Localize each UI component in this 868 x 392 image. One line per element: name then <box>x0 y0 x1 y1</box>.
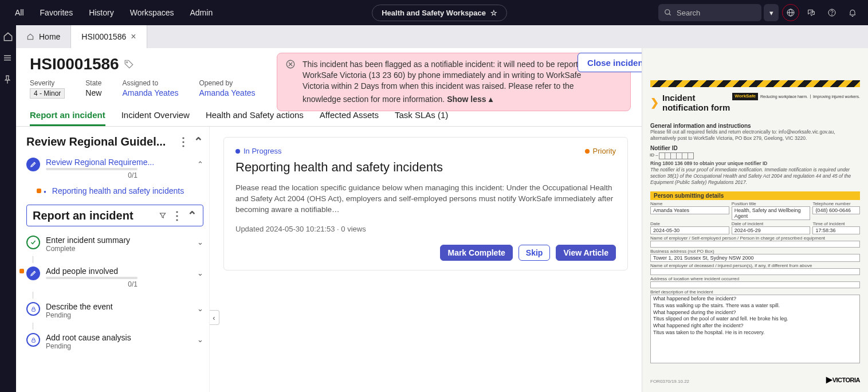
skip-button[interactable]: Skip <box>519 245 551 261</box>
tab-task-slas[interactable]: Task SLAs (1) <box>395 110 448 126</box>
detail-meta: Updated 2024-05-30 10:21:53 · 0 views <box>235 225 616 233</box>
pb-item-progress: 0/1 <box>46 171 138 179</box>
ring-sub-text: The notifier id is your proof of immedia… <box>650 167 860 186</box>
pb-item-title: Review Regional Requireme... <box>46 158 191 167</box>
field-opened: Opened by Amanda Yeates <box>199 79 255 97</box>
assigned-value[interactable]: Amanda Yeates <box>122 88 178 97</box>
filter-icon[interactable] <box>159 211 167 219</box>
section-dots-icon[interactable]: ⋮ <box>178 135 189 148</box>
section-title-guidelines: Review Regional Guidel... <box>26 135 166 148</box>
tab-incident-overview[interactable]: Incident Overview <box>121 110 190 126</box>
close-tab-icon[interactable]: × <box>131 32 136 42</box>
collapse-panel-button[interactable]: ‹ <box>210 310 219 325</box>
edit-icon <box>26 158 40 171</box>
nav-all[interactable]: All <box>7 0 32 25</box>
detail-column: ‹ In Progress Priority Reporting health … <box>210 127 642 392</box>
tab-home[interactable]: Home <box>16 25 71 48</box>
home-rail-icon[interactable] <box>2 31 14 42</box>
pb-item-sub: Pending <box>46 342 191 350</box>
main-region: Close incident Generate Incident PDF Ema… <box>16 48 868 392</box>
list-rail-icon[interactable] <box>2 53 14 64</box>
workspace-pill[interactable]: Health and Safety Workspace ☆ <box>372 5 507 21</box>
chevron-down-icon[interactable]: ⌄ <box>197 302 203 313</box>
playbook-item-summary[interactable]: Enter incident summary Complete ⌄ <box>26 232 203 256</box>
chat-icon[interactable] <box>803 4 820 21</box>
pin-rail-icon[interactable] <box>2 75 14 86</box>
nav-history[interactable]: History <box>81 0 122 25</box>
form-cell-telephone: Telephone number (048) 600-0646 <box>812 201 860 220</box>
section-dots-icon[interactable]: ⋮ <box>171 209 183 222</box>
chevron-down-icon[interactable]: ⌄ <box>197 333 203 344</box>
form-cell-doi: Date of incident 2024-05-29 <box>732 221 811 234</box>
severity-value: 4 - Minor <box>30 88 65 99</box>
globe-icon[interactable] <box>782 4 799 21</box>
bullet-icon: ● <box>44 186 46 194</box>
section-collapse-icon[interactable]: ⌃ <box>187 209 197 222</box>
form-cell-loc-addr: Address of location where incident occur… <box>650 276 860 288</box>
playbook-item-people[interactable]: Add people involved 0/1 ⌄ <box>26 263 203 292</box>
svg-point-6 <box>832 14 832 15</box>
playbook-subitem-reporting[interactable]: ● Reporting health and safety incidents <box>44 183 203 199</box>
pb-subitem-title: Reporting health and safety incidents <box>52 186 203 195</box>
mark-complete-button[interactable]: Mark Complete <box>440 245 512 261</box>
tab-record-label: HSI0001586 <box>81 32 126 41</box>
priority-text: Priority <box>593 147 616 155</box>
playbook-item-requirements[interactable]: Review Regional Requireme... 0/1 ⌃ <box>26 154 203 183</box>
home-icon <box>26 33 34 41</box>
left-rail <box>0 25 16 392</box>
tab-record[interactable]: HSI0001586 × <box>71 25 147 48</box>
global-search[interactable]: Search <box>658 4 761 21</box>
star-icon[interactable]: ☆ <box>490 9 497 17</box>
edit-icon <box>26 266 40 280</box>
chevron-up-icon[interactable]: ⌃ <box>197 158 203 168</box>
section-collapse-icon[interactable]: ⌃ <box>194 135 203 148</box>
tab-strip: Home HSI0001586 × <box>16 25 868 48</box>
nav-admin[interactable]: Admin <box>182 0 221 25</box>
section-title-report: Report an incident <box>33 209 133 222</box>
opened-value[interactable]: Amanda Yeates <box>199 88 255 97</box>
close-incident-button[interactable]: Close incident <box>578 53 642 72</box>
workspace-title: Health and Safety Workspace <box>382 9 486 17</box>
playbook-item-describe[interactable]: Describe the event Pending ⌄ <box>26 299 203 323</box>
form-title: ❯ Incident notification form <box>650 93 732 112</box>
priority-badge: Priority <box>585 147 616 155</box>
pb-item-sub: 0/1 <box>46 280 138 288</box>
logo-line: Reducing workplace harm. <box>760 95 808 99</box>
hazard-stripe <box>650 80 860 87</box>
form-cell-description: Brief description of the incident What h… <box>650 289 860 363</box>
field-state: State New <box>85 79 101 97</box>
alert-show-less[interactable]: Show less ▴ <box>447 94 492 105</box>
chevron-up-icon: ▴ <box>489 94 493 105</box>
tab-affected-assets[interactable]: Affected Assets <box>320 110 379 126</box>
playbook-item-root-cause[interactable]: Add root cause analysis Pending ⌄ <box>26 330 203 354</box>
form-title-text: Incident notification form <box>662 93 732 112</box>
chevron-down-icon[interactable]: ⌄ <box>197 236 203 246</box>
chevron-right-icon: ❯ <box>650 96 659 109</box>
bell-icon[interactable] <box>844 4 861 21</box>
record-number: HSI0001586 <box>30 55 119 73</box>
active-dot-icon <box>37 189 41 193</box>
field-assigned: Assigned to Amanda Yeates <box>122 79 178 97</box>
svg-rect-16 <box>32 340 35 342</box>
form-cell-date: Date 2024-05-30 <box>650 221 729 234</box>
field-severity: Severity 4 - Minor <box>30 79 65 97</box>
tag-icon[interactable] <box>124 59 134 69</box>
view-article-button[interactable]: View Article <box>556 245 616 261</box>
help-icon[interactable] <box>823 4 840 21</box>
notifier-prefix: ID – <box>650 152 659 159</box>
svg-point-14 <box>126 62 127 63</box>
state-label: State <box>85 79 101 87</box>
tab-hs-actions[interactable]: Health and Safety actions <box>206 110 304 126</box>
pb-item-title: Add root cause analysis <box>46 333 191 342</box>
form-section-header: General information and instructions <box>650 123 860 129</box>
form-cell-biz-addr: Business address (not PO Box) Tower 1, 2… <box>650 249 860 262</box>
status-text: In Progress <box>243 147 281 155</box>
person-header-bar: Person submitting details <box>650 191 860 200</box>
chevron-down-icon[interactable]: ⌄ <box>197 266 203 277</box>
tab-report-incident[interactable]: Report an incident <box>30 110 105 126</box>
nav-workspaces[interactable]: Workspaces <box>122 0 182 25</box>
search-dropdown[interactable]: ▾ <box>764 4 779 21</box>
priority-dot-icon <box>585 149 590 154</box>
incident-form-doc: WorkSafe Reducing workplace harm. Improv… <box>642 48 868 392</box>
nav-favorites[interactable]: Favorites <box>32 0 81 25</box>
